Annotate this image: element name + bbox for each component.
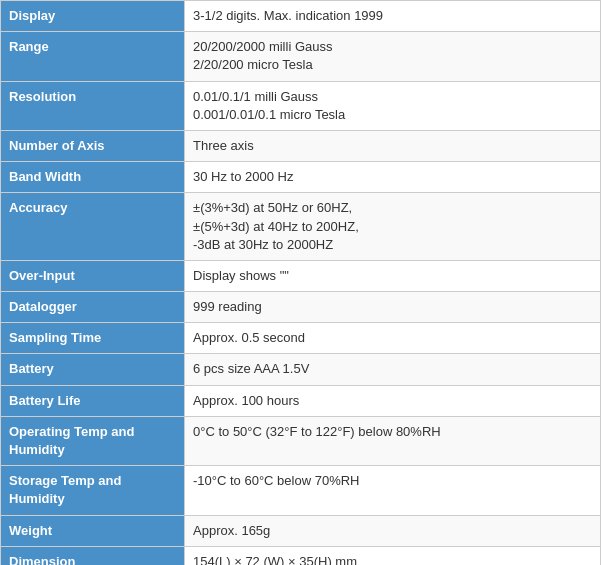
spec-label: Number of Axis <box>1 130 185 161</box>
spec-label: Operating Temp and Humidity <box>1 416 185 465</box>
spec-label: Sampling Time <box>1 323 185 354</box>
table-row: Battery6 pcs size AAA 1.5V <box>1 354 601 385</box>
table-row: Sampling TimeApprox. 0.5 second <box>1 323 601 354</box>
spec-value: Approx. 165g <box>185 515 601 546</box>
table-row: Datalogger999 reading <box>1 292 601 323</box>
spec-label: Dimension <box>1 546 185 565</box>
spec-value: 0°C to 50°C (32°F to 122°F) below 80%RH <box>185 416 601 465</box>
table-row: WeightApprox. 165g <box>1 515 601 546</box>
spec-value: -10°C to 60°C below 70%RH <box>185 466 601 515</box>
spec-label: Accuracy <box>1 193 185 261</box>
spec-value: 154(L) × 72 (W) × 35(H) mm <box>185 546 601 565</box>
spec-value: 999 reading <box>185 292 601 323</box>
spec-value: 20/200/2000 milli Gauss2/20/200 micro Te… <box>185 32 601 81</box>
spec-value: 6 pcs size AAA 1.5V <box>185 354 601 385</box>
spec-value: ±(3%+3d) at 50Hz or 60HZ,±(5%+3d) at 40H… <box>185 193 601 261</box>
spec-value: Display shows "" <box>185 260 601 291</box>
spec-label: Battery <box>1 354 185 385</box>
spec-label: Resolution <box>1 81 185 130</box>
table-row: Display3-1/2 digits. Max. indication 199… <box>1 1 601 32</box>
table-row: Operating Temp and Humidity0°C to 50°C (… <box>1 416 601 465</box>
spec-value: Approx. 0.5 second <box>185 323 601 354</box>
spec-label: Over-Input <box>1 260 185 291</box>
spec-value: 0.01/0.1/1 milli Gauss0.001/0.01/0.1 mic… <box>185 81 601 130</box>
table-row: Storage Temp and Humidity-10°C to 60°C b… <box>1 466 601 515</box>
table-row: Dimension154(L) × 72 (W) × 35(H) mm <box>1 546 601 565</box>
spec-value: Three axis <box>185 130 601 161</box>
specs-table: Display3-1/2 digits. Max. indication 199… <box>0 0 601 565</box>
spec-value: 30 Hz to 2000 Hz <box>185 162 601 193</box>
spec-value: 3-1/2 digits. Max. indication 1999 <box>185 1 601 32</box>
table-row: Accuracy±(3%+3d) at 50Hz or 60HZ,±(5%+3d… <box>1 193 601 261</box>
table-row: Resolution0.01/0.1/1 milli Gauss0.001/0.… <box>1 81 601 130</box>
spec-label: Datalogger <box>1 292 185 323</box>
table-row: Range20/200/2000 milli Gauss2/20/200 mic… <box>1 32 601 81</box>
table-row: Battery LifeApprox. 100 hours <box>1 385 601 416</box>
spec-label: Band Width <box>1 162 185 193</box>
table-row: Number of AxisThree axis <box>1 130 601 161</box>
spec-label: Display <box>1 1 185 32</box>
spec-label: Range <box>1 32 185 81</box>
spec-label: Storage Temp and Humidity <box>1 466 185 515</box>
table-row: Band Width30 Hz to 2000 Hz <box>1 162 601 193</box>
table-row: Over-InputDisplay shows "" <box>1 260 601 291</box>
spec-label: Battery Life <box>1 385 185 416</box>
spec-value: Approx. 100 hours <box>185 385 601 416</box>
spec-label: Weight <box>1 515 185 546</box>
